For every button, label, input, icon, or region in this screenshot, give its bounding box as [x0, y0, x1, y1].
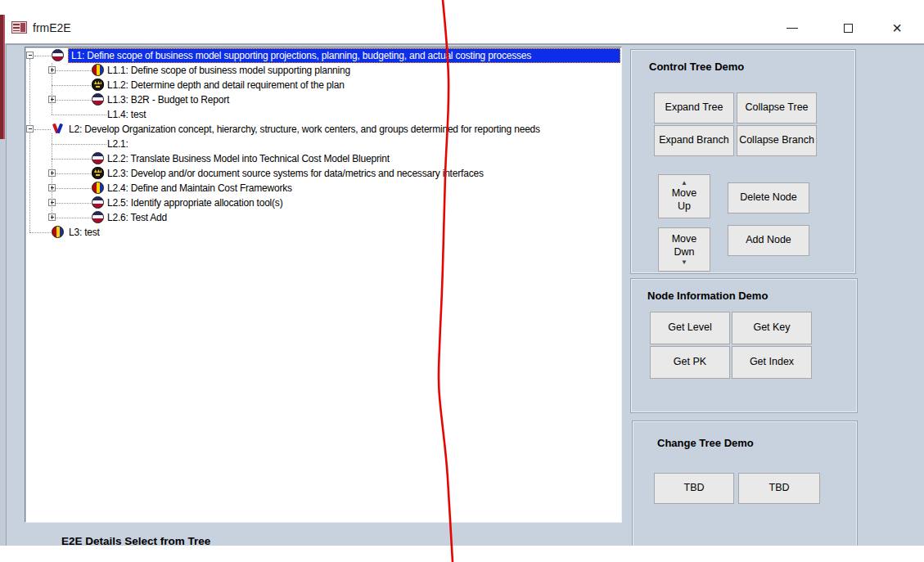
plus-glyph [52, 186, 52, 190]
bomb-icon [92, 167, 104, 179]
maximize-button[interactable] [836, 18, 860, 38]
tree-row[interactable]: L2.6: Test Add [25, 210, 621, 225]
expand-branch-button[interactable]: Expand Branch [654, 125, 734, 156]
minimize-button[interactable] [780, 18, 805, 38]
tree-row[interactable]: L1.2: Determine depth and detail require… [25, 78, 621, 92]
panel-change-tree-demo: Change Tree Demo TBD TBD [632, 420, 858, 546]
minimize-icon [787, 28, 798, 29]
plus-glyph [52, 200, 52, 205]
tree-node-label: L2.3: Develop and/or document source sys… [107, 166, 484, 181]
minus-glyph [29, 128, 32, 129]
tbd-button-1[interactable]: TBD [654, 473, 734, 504]
tree-row[interactable]: L1.4: test [25, 107, 621, 122]
tree-row[interactable]: L2.2: Translate Business Model into Tech… [25, 151, 621, 166]
down-arrow-icon: ▼ [681, 259, 687, 266]
tree-node-label: L2.1: [107, 137, 128, 151]
tree-row[interactable]: L3: test [25, 225, 621, 240]
title-bar: frmE2E × [0, 0, 924, 43]
maximize-icon [844, 24, 853, 33]
circle-h-icon [92, 196, 104, 209]
tree-node-label: L2.4: Define and Maintain Cost Framework… [107, 181, 292, 196]
tree-node-label: L1.3: B2R - Budget to Report [107, 92, 229, 107]
get-key-button[interactable]: Get Key [732, 312, 812, 344]
expand-toggle[interactable] [48, 169, 56, 177]
tree-node-label: L2: Develop Organization concept, hierar… [69, 122, 540, 137]
panel-node-information-demo: Node Information Demo Get Level Get Key … [630, 278, 858, 413]
tree-row[interactable]: L2.3: Develop and/or document source sys… [25, 166, 621, 181]
tree-node-label: L2.2: Translate Business Model into Tech… [107, 151, 390, 166]
circle-h-icon [92, 211, 104, 223]
tree-node-label: L1.1: Define scope of business model sup… [107, 63, 350, 78]
window-title: frmE2E [33, 21, 71, 34]
circle-v-icon [52, 226, 64, 238]
collapse-tree-button[interactable]: Collapse Tree [737, 92, 817, 124]
tree-connector [52, 144, 106, 145]
tree-row[interactable]: L1.1: Define scope of business model sup… [25, 63, 621, 78]
expand-toggle[interactable] [48, 184, 56, 191]
move-up-button[interactable]: ▲ Move Up [658, 174, 710, 218]
circle-h-icon [92, 152, 104, 164]
expand-toggle[interactable] [48, 214, 56, 221]
background-window-edge [0, 15, 5, 139]
close-icon: × [892, 20, 902, 36]
get-pk-button[interactable]: Get PK [650, 346, 730, 379]
plus-glyph [52, 215, 52, 219]
close-button[interactable]: × [885, 18, 909, 38]
tree-node-label: L1: Define scope of business model suppo… [68, 48, 620, 63]
collapse-toggle[interactable] [26, 125, 34, 133]
tree-node-label: L1.2: Determine depth and detail require… [107, 78, 345, 92]
move-down-label: Move Dwn [668, 233, 701, 259]
expand-toggle[interactable] [48, 66, 56, 74]
tree-row[interactable]: L2: Develop Organization concept, hierar… [25, 122, 621, 137]
tree-connector [52, 115, 106, 115]
plus-glyph [52, 68, 52, 72]
tree-connector [56, 203, 91, 204]
access-form-icon [11, 21, 27, 34]
tree-connector [56, 218, 91, 218]
get-level-button[interactable]: Get Level [650, 312, 730, 344]
form-background: L1: Define scope of business model suppo… [7, 43, 924, 546]
move-up-label: Move Up [664, 187, 705, 213]
expand-toggle[interactable] [48, 199, 56, 206]
tree-row[interactable]: L1: Define scope of business model suppo… [25, 48, 621, 63]
tree-connector [56, 70, 91, 71]
collapse-toggle[interactable] [26, 52, 34, 59]
circle-h-icon [52, 49, 64, 61]
tree-connector [34, 129, 51, 130]
expand-toggle[interactable] [48, 96, 56, 103]
panel-control-tree-demo: Control Tree Demo Expand Tree Collapse T… [630, 49, 856, 274]
panel-title: Node Information Demo [647, 290, 768, 302]
tree-connector [56, 100, 91, 101]
tree-connector [34, 56, 51, 56]
tree-connector [56, 173, 91, 174]
tree-row[interactable]: L2.4: Define and Maintain Cost Framework… [25, 181, 621, 196]
tree-connector [29, 232, 51, 233]
expand-tree-button[interactable]: Expand Tree [654, 92, 734, 124]
tree-connector [56, 188, 91, 189]
collapse-branch-button[interactable]: Collapse Branch [737, 125, 817, 156]
tree-node-label: L1.4: test [107, 107, 146, 122]
tree-row[interactable]: L2.5: Identify appropriate allocation to… [25, 196, 621, 210]
plus-glyph [52, 171, 52, 175]
bomb-icon [92, 79, 104, 91]
tree-node-label: L2.6: Test Add [107, 210, 167, 225]
minus-glyph [29, 55, 32, 56]
get-index-button[interactable]: Get Index [732, 346, 812, 379]
plus-glyph [52, 97, 52, 101]
circle-v-icon [92, 64, 104, 76]
footer-label: E2E Details Select from Tree [61, 535, 210, 546]
tree-view[interactable]: L1: Define scope of business model suppo… [25, 47, 622, 523]
circle-h-icon [92, 93, 104, 106]
tree-connector [52, 159, 91, 160]
tree-node-label: L3: test [69, 225, 100, 240]
circle-v-icon [92, 182, 104, 194]
move-down-button[interactable]: Move Dwn ▼ [658, 227, 710, 272]
tree-row[interactable]: L1.3: B2R - Budget to Report [25, 92, 621, 107]
tbd-button-2[interactable]: TBD [738, 473, 820, 504]
add-node-button[interactable]: Add Node [728, 225, 809, 256]
tree-node-label: L2.5: Identify appropriate allocation to… [107, 196, 282, 210]
delete-node-button[interactable]: Delete Node [728, 182, 809, 214]
tree-connector [52, 85, 91, 86]
panel-title: Change Tree Demo [657, 437, 754, 449]
tree-row[interactable]: L2.1: [25, 137, 621, 151]
